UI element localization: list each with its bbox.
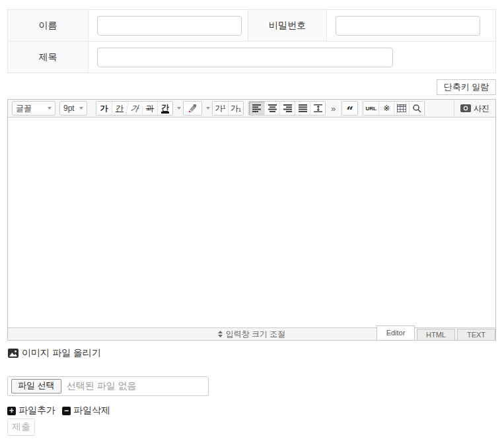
shortcut-list-button[interactable]: 단축키 일람 <box>437 79 496 95</box>
subscript-button[interactable]: 가₁ <box>228 102 243 115</box>
font-color-dropdown[interactable] <box>174 101 181 116</box>
align-justify-icon <box>299 104 307 112</box>
font-color-glyph: 간 <box>161 104 169 114</box>
name-cell <box>89 10 248 42</box>
special-char-button[interactable]: ※ <box>378 102 394 115</box>
italic-button[interactable]: 가 <box>126 102 143 115</box>
name-label: 이름 <box>8 10 89 42</box>
editor-content-area[interactable] <box>8 118 495 327</box>
align-center-icon <box>268 104 277 112</box>
font-size-value: 9pt <box>63 104 75 113</box>
blockquote-button[interactable]: “ <box>342 102 357 115</box>
highlighter-icon <box>188 104 198 113</box>
more-tools-button[interactable]: » <box>330 104 337 114</box>
align-right-button[interactable] <box>279 102 295 115</box>
password-input[interactable] <box>336 16 480 36</box>
password-label: 비밀번호 <box>248 10 327 42</box>
title-label: 제목 <box>8 42 89 73</box>
quote-glyph: “ <box>347 103 353 114</box>
resize-vertical-icon <box>218 331 223 337</box>
title-cell <box>89 42 496 73</box>
line-height-button[interactable] <box>310 102 325 115</box>
password-cell <box>327 10 496 42</box>
file-status-text: 선택된 파일 없음 <box>67 380 137 392</box>
table-row: 이름 비밀번호 <box>8 10 496 42</box>
align-center-button[interactable] <box>264 102 279 115</box>
table-button[interactable] <box>394 102 409 115</box>
file-actions-row: + 파일추가 − 파일삭제 <box>7 405 496 417</box>
name-input[interactable] <box>97 16 242 36</box>
superscript-button[interactable]: 가¹ <box>213 102 228 115</box>
font-family-select[interactable]: 글꼴 <box>12 101 55 116</box>
highlight-group <box>183 101 202 116</box>
search-icon <box>412 104 421 113</box>
file-input[interactable]: 파일 선택 선택된 파일 없음 <box>7 376 209 396</box>
line-height-icon <box>314 104 322 112</box>
post-form-table: 이름 비밀번호 제목 <box>7 9 496 73</box>
chevron-down-icon <box>177 107 181 110</box>
minus-icon[interactable]: − <box>62 407 71 415</box>
chevron-down-icon <box>79 107 83 110</box>
photo-label: 사진 <box>474 103 489 114</box>
rich-text-editor: 글꼴 9pt 가 간 가 과 간 <box>7 99 496 341</box>
link-button[interactable]: URL <box>366 106 377 112</box>
bold-button[interactable]: 가 <box>96 102 112 115</box>
editor-toolbar: 글꼴 9pt 가 간 가 과 간 <box>8 100 495 118</box>
page: 이름 비밀번호 제목 단축키 일람 글꼴 9pt <box>0 0 504 436</box>
font-family-value: 글꼴 <box>16 103 32 114</box>
file-select-button[interactable]: 파일 선택 <box>11 379 61 393</box>
quote-group: “ <box>342 101 358 116</box>
submit-button[interactable]: 제출 <box>7 419 35 436</box>
font-color-button[interactable]: 간 <box>157 102 172 115</box>
shortcut-row: 단축키 일람 <box>7 79 496 95</box>
camera-icon <box>460 104 471 112</box>
chevron-down-icon <box>48 107 52 110</box>
plus-icon[interactable]: + <box>7 407 16 415</box>
align-left-icon <box>252 104 261 112</box>
table-row: 제목 <box>8 42 496 73</box>
tab-editor[interactable]: Editor <box>377 325 415 340</box>
highlight-color-dropdown[interactable] <box>203 101 210 116</box>
editor-mode-tabs: Editor HTML TEXT <box>375 325 495 340</box>
title-input[interactable] <box>97 48 393 67</box>
align-left-button[interactable] <box>249 102 264 115</box>
align-group <box>248 101 326 116</box>
text-style-group: 가 간 가 과 간 <box>96 101 173 116</box>
table-icon <box>397 104 406 112</box>
tab-text[interactable]: TEXT <box>457 329 495 340</box>
insert-group: URL ※ <box>363 101 425 116</box>
add-file-link[interactable]: 파일추가 <box>18 405 55 417</box>
image-upload-row: 이미지 파일 올리기 <box>8 347 496 359</box>
search-button[interactable] <box>409 102 424 115</box>
editor-bottom-bar: 입력창 크기 조절 Editor HTML TEXT <box>8 327 495 340</box>
strikethrough-button[interactable]: 과 <box>142 102 157 115</box>
underline-button[interactable]: 간 <box>112 102 127 115</box>
highlight-color-button[interactable] <box>184 102 201 115</box>
image-icon <box>8 349 18 358</box>
delete-file-link[interactable]: 파일삭제 <box>73 405 110 417</box>
font-size-select[interactable]: 9pt <box>59 101 87 116</box>
photo-insert-button[interactable]: 사진 <box>454 100 495 118</box>
align-right-icon <box>283 104 292 112</box>
image-upload-label: 이미지 파일 올리기 <box>22 347 101 359</box>
script-group: 가¹ 가₁ <box>212 101 244 116</box>
tab-html[interactable]: HTML <box>417 329 455 340</box>
resize-label: 입력창 크기 조절 <box>226 329 286 340</box>
chevron-down-icon <box>206 107 210 110</box>
align-justify-button[interactable] <box>295 102 310 115</box>
